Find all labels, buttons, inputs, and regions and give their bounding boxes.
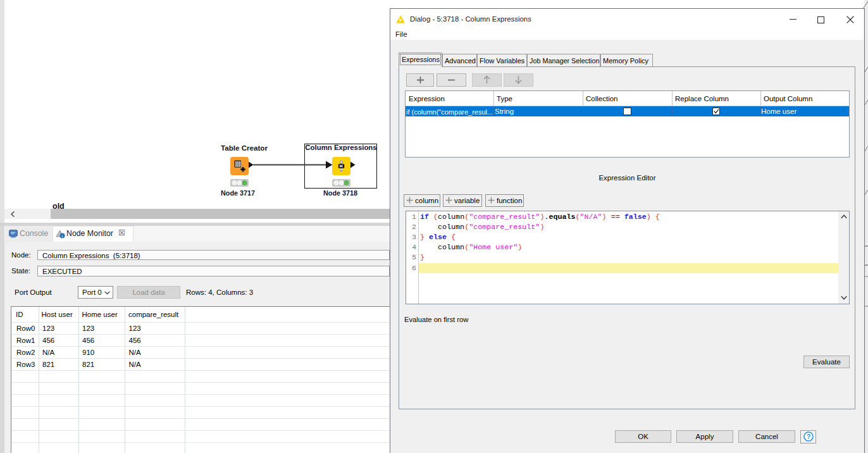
svg-text:?: ? (807, 433, 810, 440)
svg-text:i: i (62, 233, 63, 238)
